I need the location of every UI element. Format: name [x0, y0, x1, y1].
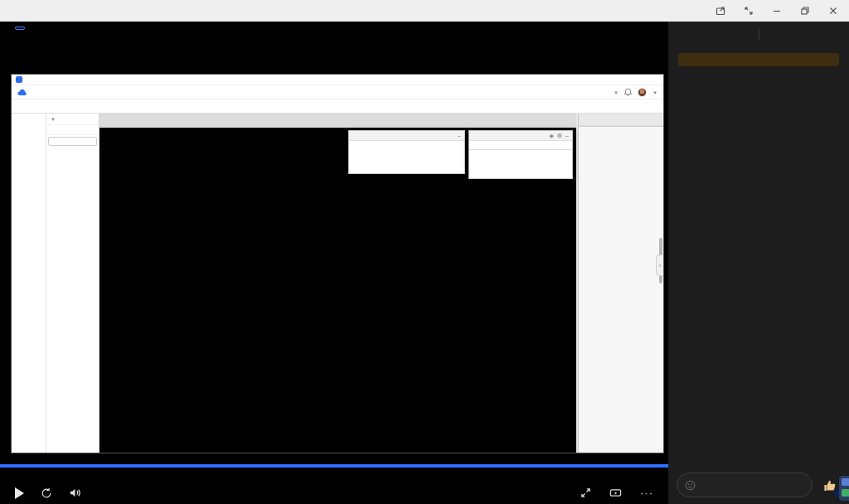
workspace-switcher[interactable]: ▼ [614, 88, 619, 96]
selection-count-row [579, 114, 663, 126]
more-options-button[interactable]: ··· [640, 487, 653, 499]
minimize-icon[interactable] [771, 5, 783, 17]
eda-body: ▼ – [12, 114, 663, 453]
tab-divider [759, 28, 759, 40]
project-filter-input[interactable] [48, 137, 97, 146]
player-right-controls: ··· [562, 487, 653, 499]
eda-app-icon [16, 76, 22, 83]
player-controls: ··· [0, 487, 668, 499]
app-window-titlebar [0, 0, 849, 22]
welcome-banner [678, 53, 839, 66]
panel-collapse-handle[interactable]: › [656, 254, 663, 276]
video-player-bar: ··· [0, 464, 668, 504]
layers-panel-title: ◈ ⚙ – [469, 131, 572, 141]
layers-panel: ◈ ⚙ – [468, 130, 573, 179]
eda-window: ▼ ▼ ▼ [12, 75, 663, 453]
bell-icon[interactable] [624, 88, 632, 96]
close-icon[interactable] [827, 5, 839, 17]
cursor-status-rows [579, 126, 663, 127]
edge-widget-segment [842, 489, 849, 497]
user-avatar[interactable] [638, 88, 647, 97]
document-tabbar [99, 114, 576, 128]
screen: ▼ ▼ ▼ [0, 0, 849, 504]
replay-badge [15, 27, 25, 30]
emoji-icon[interactable] [685, 480, 696, 491]
eda-toolbar [12, 99, 663, 114]
pcb-tools-title: – [349, 131, 464, 141]
properties-panel [578, 114, 663, 453]
reload-icon[interactable] [41, 487, 52, 499]
restore-icon[interactable] [799, 5, 811, 17]
play-button[interactable] [15, 487, 24, 499]
chat-pane [668, 22, 849, 504]
chat-body [668, 46, 849, 466]
video-pane[interactable]: ▼ ▼ ▼ [0, 22, 668, 504]
all-projects-link[interactable] [46, 125, 99, 135]
progress-bar[interactable] [0, 464, 668, 468]
chat-tabs [668, 22, 849, 46]
edge-widget-segment [842, 478, 849, 486]
pin-icon[interactable]: ◈ [549, 133, 553, 139]
volume-icon[interactable] [69, 487, 81, 498]
like-button[interactable] [819, 473, 841, 497]
cloud-logo-icon [17, 89, 27, 96]
layer-tabs [469, 141, 572, 150]
expand-fullscreen-icon[interactable] [580, 487, 591, 498]
eda-titlebar [12, 75, 663, 85]
chat-input[interactable] [677, 472, 813, 497]
left-icon-rail [12, 114, 46, 453]
eda-menubar: ▼ ▼ [12, 85, 663, 99]
chat-input-row [668, 466, 849, 504]
popup-window-icon[interactable] [715, 5, 726, 17]
eda-account-area: ▼ ▼ [614, 88, 657, 97]
progress-fill [0, 464, 668, 468]
project-panel: ▼ [46, 114, 99, 453]
pcb-tools-grid [349, 141, 464, 143]
desktop-edge-widget[interactable] [839, 476, 849, 501]
panel-minimize-icon[interactable]: – [565, 133, 569, 138]
window-controls [715, 5, 839, 17]
pcb-tools-panel: – [348, 130, 465, 174]
workspace-header[interactable]: ▼ [46, 114, 99, 125]
panel-minimize-icon[interactable]: – [458, 133, 461, 138]
cast-screen-icon[interactable] [609, 487, 622, 498]
username-menu[interactable]: ▼ [653, 88, 657, 96]
fullscreen-icon[interactable] [743, 5, 754, 17]
stream-info [15, 27, 32, 30]
gear-icon[interactable]: ⚙ [557, 133, 562, 139]
